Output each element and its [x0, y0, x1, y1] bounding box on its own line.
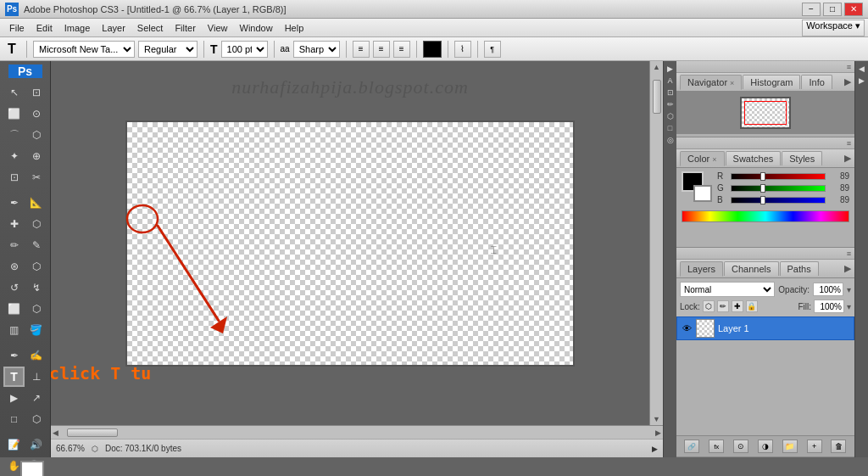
type-tool[interactable]: T — [3, 367, 25, 387]
horizontal-scrollbar[interactable]: ◀ ▶ — [51, 425, 663, 439]
mid-strip-btn-4[interactable]: ✏ — [667, 100, 674, 109]
color-bg-swatch[interactable] — [693, 185, 712, 202]
layer-link-button[interactable]: 🔗 — [684, 440, 699, 453]
lock-transparent-icon[interactable]: ⬡ — [703, 300, 715, 312]
maximize-button[interactable]: □ — [823, 3, 842, 16]
menu-edit[interactable]: Edit — [31, 21, 58, 35]
g-slider-thumb[interactable] — [760, 184, 765, 193]
pattern-tool[interactable]: ⬡ — [25, 256, 47, 277]
scroll-up-button[interactable]: ▲ — [653, 63, 660, 71]
slice-tool[interactable]: ✂ — [25, 167, 47, 188]
tab-styles[interactable]: Styles — [782, 151, 822, 165]
scroll-right-button[interactable]: ▶ — [655, 428, 661, 437]
layer-adjustment-button[interactable]: ◑ — [758, 440, 773, 453]
opacity-input[interactable] — [813, 283, 843, 296]
pencil-tool[interactable]: ✎ — [25, 235, 47, 255]
vertical-type-tool[interactable]: ⊥ — [25, 367, 47, 387]
tab-layers[interactable]: Layers — [680, 261, 723, 277]
table-row[interactable]: 👁 Layer 1 — [676, 316, 854, 340]
tab-histogram[interactable]: Histogram — [743, 75, 800, 89]
lasso-tool[interactable]: ⌒ — [3, 125, 25, 145]
menu-select[interactable]: Select — [131, 21, 170, 35]
menu-help[interactable]: Help — [279, 21, 310, 35]
font-size-select[interactable]: 100 pt — [221, 41, 268, 58]
scroll-left-button[interactable]: ◀ — [53, 428, 58, 437]
workspace-button[interactable]: Workspace ▾ — [802, 20, 865, 36]
delete-layer-button[interactable]: 🗑 — [831, 440, 846, 453]
font-family-select[interactable]: Microsoft New Ta... — [33, 41, 135, 58]
mid-strip-btn-1[interactable]: ▶ — [667, 64, 673, 73]
status-arrow[interactable]: ▶ — [652, 445, 658, 453]
shape-tool[interactable]: □ — [3, 409, 25, 429]
eyedropper-tool[interactable]: ✒ — [3, 193, 25, 213]
move-tool[interactable]: ↖ — [3, 82, 25, 103]
path-select-tool[interactable]: ▶ — [3, 388, 25, 408]
b-slider-thumb[interactable] — [760, 196, 765, 204]
align-left-button[interactable]: ≡ — [353, 41, 370, 58]
freeform-pen-tool[interactable]: ✍ — [25, 345, 47, 366]
color-close-icon[interactable]: × — [712, 155, 716, 164]
healing-tool[interactable]: ✚ — [3, 214, 25, 234]
brush-tool[interactable]: ✏ — [3, 235, 25, 255]
new-layer-button[interactable]: + — [807, 440, 822, 453]
nav-panel-collapse[interactable]: ≡ — [847, 63, 851, 71]
vertical-scrollbar[interactable]: ▲ ▼ — [649, 61, 663, 425]
color-panel-menu[interactable]: ▶ — [844, 153, 851, 164]
artboard-tool[interactable]: ⊡ — [25, 82, 47, 103]
paint-bucket-tool[interactable]: 🪣 — [25, 320, 47, 340]
r-slider-thumb[interactable] — [760, 172, 765, 181]
layer-style-button[interactable]: fx — [709, 440, 724, 453]
h-scroll-thumb[interactable] — [67, 428, 118, 437]
fill-input[interactable] — [814, 300, 844, 313]
art-brush-tool[interactable]: ↯ — [25, 277, 47, 298]
opacity-arrow[interactable]: ▾ — [847, 285, 851, 294]
nav-panel-menu[interactable]: ▶ — [844, 76, 851, 87]
crop-tool[interactable]: ⊡ — [3, 167, 25, 188]
font-style-select[interactable]: Regular — [138, 41, 198, 58]
history-brush-tool[interactable]: ↺ — [3, 277, 25, 298]
tab-navigator[interactable]: Navigator× — [680, 75, 742, 90]
audio-tool[interactable]: 🔊 — [25, 434, 47, 455]
g-slider-track[interactable] — [731, 185, 826, 192]
marquee-tool2[interactable]: ⊙ — [25, 104, 47, 124]
pen-tool[interactable]: ✒ — [3, 345, 25, 366]
layer-visibility-icon[interactable]: 👁 — [681, 322, 693, 334]
custom-shape-tool[interactable]: ⬡ — [25, 409, 47, 429]
patch-tool[interactable]: ⬡ — [25, 214, 47, 234]
menu-view[interactable]: View — [202, 21, 234, 35]
stamp-tool[interactable]: ⊛ — [3, 256, 25, 277]
nav-close-icon[interactable]: × — [730, 79, 734, 87]
layer-group-button[interactable]: 📁 — [782, 440, 798, 453]
warp-text-button[interactable]: ⌇ — [454, 41, 471, 58]
scroll-down-button[interactable]: ▼ — [653, 415, 660, 423]
b-slider-track[interactable] — [731, 197, 826, 204]
notes-tool[interactable]: 📝 — [3, 434, 25, 455]
eraser-tool[interactable]: ⬜ — [3, 299, 25, 319]
text-color-box[interactable] — [423, 41, 442, 58]
r-slider-track[interactable] — [731, 173, 826, 180]
mid-strip-btn-2[interactable]: A — [667, 76, 672, 85]
menu-filter[interactable]: Filter — [169, 21, 201, 35]
tab-channels[interactable]: Channels — [724, 261, 778, 276]
minimize-button[interactable]: − — [802, 3, 821, 16]
bg-eraser-tool[interactable]: ⬡ — [25, 299, 47, 319]
mid-strip-btn-6[interactable]: □ — [668, 124, 672, 132]
tab-info[interactable]: Info — [801, 75, 832, 89]
tab-color[interactable]: Color× — [680, 151, 725, 166]
character-panel-button[interactable]: ¶ — [484, 41, 501, 58]
quick-select-tool[interactable]: ✦ — [3, 146, 25, 166]
align-right-button[interactable]: ≡ — [393, 41, 410, 58]
ruler-tool[interactable]: 📐 — [25, 193, 47, 213]
lock-all-icon[interactable]: 🔒 — [746, 300, 758, 312]
gradient-tool[interactable]: ▥ — [3, 320, 25, 340]
antialias-select[interactable]: Sharp — [293, 41, 340, 58]
lasso-tool2[interactable]: ⬡ — [25, 125, 47, 145]
color-panel-collapse[interactable]: ≡ — [847, 139, 851, 148]
lock-position-icon[interactable]: ✚ — [732, 300, 743, 312]
menu-file[interactable]: File — [3, 21, 31, 35]
marquee-tool[interactable]: ⬜ — [3, 104, 25, 124]
menu-layer[interactable]: Layer — [96, 21, 131, 35]
align-center-button[interactable]: ≡ — [373, 41, 390, 58]
lock-image-icon[interactable]: ✏ — [717, 300, 729, 312]
close-button[interactable]: ✕ — [844, 3, 863, 16]
